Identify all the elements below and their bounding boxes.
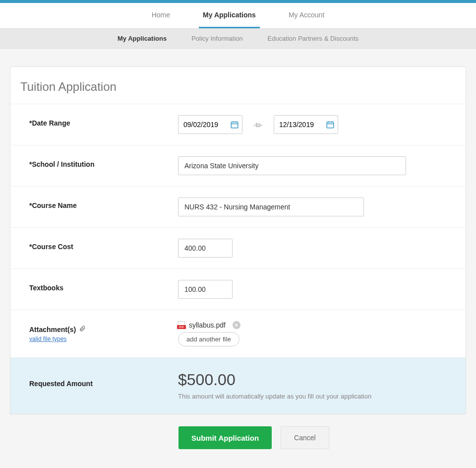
submit-button[interactable]: Submit Application (178, 426, 272, 449)
row-textbooks: Textbooks (10, 269, 466, 310)
course-name-input[interactable] (178, 198, 364, 216)
remove-file-icon[interactable]: ✕ (233, 321, 240, 329)
row-course-name: *Course Name (10, 187, 466, 228)
label-requested-amount: Requested Amount (29, 371, 178, 388)
page-title: Tuition Application (20, 80, 454, 94)
svg-rect-1 (327, 122, 334, 128)
row-school: *School / Institution (10, 145, 466, 187)
pdf-icon (178, 321, 185, 329)
nav-home[interactable]: Home (148, 3, 174, 28)
attached-file-row: syllabus.pdf ✕ (178, 321, 454, 329)
school-input[interactable] (178, 156, 406, 175)
course-cost-input[interactable] (178, 239, 233, 258)
subnav-education-partners[interactable]: Education Partners & Discounts (267, 35, 358, 42)
attached-file-name: syllabus.pdf (189, 321, 226, 329)
date-start-wrap (178, 115, 242, 134)
label-school: *School / Institution (29, 156, 178, 168)
form-actions: Submit Application Cancel (10, 414, 466, 449)
paperclip-icon (79, 325, 86, 334)
primary-nav: Home My Applications My Account (0, 3, 476, 29)
nav-my-applications[interactable]: My Applications (199, 3, 260, 28)
date-range-separator: -to- (253, 122, 262, 129)
card-header: Tuition Application (10, 67, 466, 104)
application-card: Tuition Application *Date Range -to- (10, 67, 466, 414)
cancel-button[interactable]: Cancel (281, 426, 329, 449)
requested-amount-value: $500.00 (178, 371, 454, 389)
label-date-range: *Date Range (29, 115, 178, 127)
label-textbooks: Textbooks (29, 280, 178, 292)
row-course-cost: *Course Cost (10, 228, 466, 269)
subnav-my-applications[interactable]: My Applications (118, 35, 167, 42)
date-end-wrap (274, 115, 338, 134)
add-another-file-button[interactable]: add another file (178, 332, 239, 346)
row-date-range: *Date Range -to- (10, 104, 466, 145)
calendar-icon[interactable] (323, 116, 338, 134)
date-start-input[interactable] (178, 116, 227, 134)
attachments-label-text: Attachment(s) (29, 326, 76, 334)
date-end-input[interactable] (274, 116, 323, 134)
valid-file-types-link[interactable]: valid file types (29, 335, 178, 342)
nav-my-account[interactable]: My Account (285, 3, 328, 28)
svg-rect-0 (231, 122, 238, 128)
row-attachments: Attachment(s) valid file types syllabus.… (10, 310, 466, 358)
textbooks-input[interactable] (178, 280, 233, 299)
label-course-name: *Course Name (29, 198, 178, 209)
requested-amount-note: This amount will automatically update as… (178, 392, 376, 401)
secondary-nav: My Applications Policy Information Educa… (0, 29, 476, 49)
row-requested-amount: Requested Amount $500.00 This amount wil… (10, 358, 466, 414)
label-course-cost: *Course Cost (29, 239, 178, 251)
calendar-icon[interactable] (227, 116, 242, 134)
label-attachments: Attachment(s) (29, 325, 178, 334)
subnav-policy-information[interactable]: Policy Information (191, 35, 242, 42)
